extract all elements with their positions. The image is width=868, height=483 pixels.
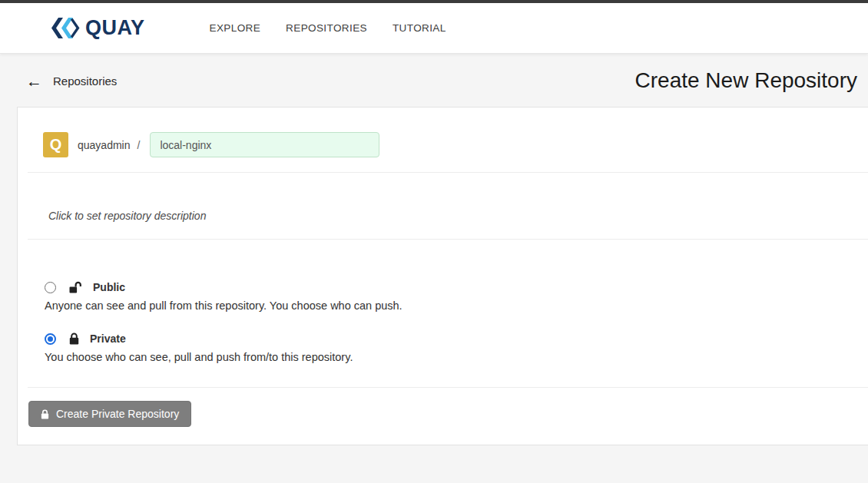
- unlock-icon: [69, 281, 82, 293]
- navbar: QUAY EXPLORE REPOSITORIES TUTORIAL: [0, 3, 868, 54]
- page-title: Create New Repository: [635, 68, 857, 93]
- quay-logo-icon: [51, 18, 80, 38]
- public-label[interactable]: Public: [93, 281, 125, 293]
- lock-icon: [69, 332, 79, 345]
- back-arrow-icon: ←: [26, 72, 42, 88]
- namespace-separator: /: [137, 139, 141, 151]
- private-label[interactable]: Private: [90, 332, 126, 345]
- lock-icon: [41, 409, 49, 419]
- nav-links: EXPLORE REPOSITORIES TUTORIAL: [210, 22, 472, 34]
- repository-name-row: Q quayadmin /: [18, 108, 868, 157]
- public-description: Anyone can see and pull from this reposi…: [45, 299, 868, 312]
- repository-name-input[interactable]: [150, 132, 379, 157]
- divider: [28, 239, 868, 240]
- private-radio[interactable]: [45, 333, 56, 345]
- visibility-option-public: Public: [45, 281, 868, 293]
- breadcrumb: Repositories: [53, 74, 117, 87]
- create-private-repository-label: Create Private Repository: [56, 408, 179, 420]
- create-private-repository-button[interactable]: Create Private Repository: [28, 401, 191, 427]
- repository-description-placeholder[interactable]: Click to set repository description: [48, 210, 206, 222]
- private-description: You choose who can see, pull and push fr…: [45, 351, 868, 363]
- quay-logo-text: QUAY: [85, 16, 145, 40]
- nav-item-tutorial[interactable]: TUTORIAL: [393, 22, 446, 34]
- visibility-option-private: Private: [45, 332, 868, 345]
- create-repository-card: Q quayadmin / Click to set repository de…: [17, 107, 868, 445]
- quay-logo[interactable]: QUAY: [51, 16, 145, 40]
- namespace-avatar: Q: [43, 132, 68, 157]
- divider: [28, 172, 868, 173]
- page-header: ← Repositories Create New Repository: [0, 54, 868, 107]
- back-to-repositories-link[interactable]: ← Repositories: [26, 72, 117, 88]
- nav-item-repositories[interactable]: REPOSITORIES: [286, 22, 367, 34]
- namespace-name: quayadmin: [78, 139, 131, 151]
- nav-item-explore[interactable]: EXPLORE: [210, 22, 261, 34]
- public-radio[interactable]: [45, 282, 56, 293]
- divider: [28, 387, 868, 388]
